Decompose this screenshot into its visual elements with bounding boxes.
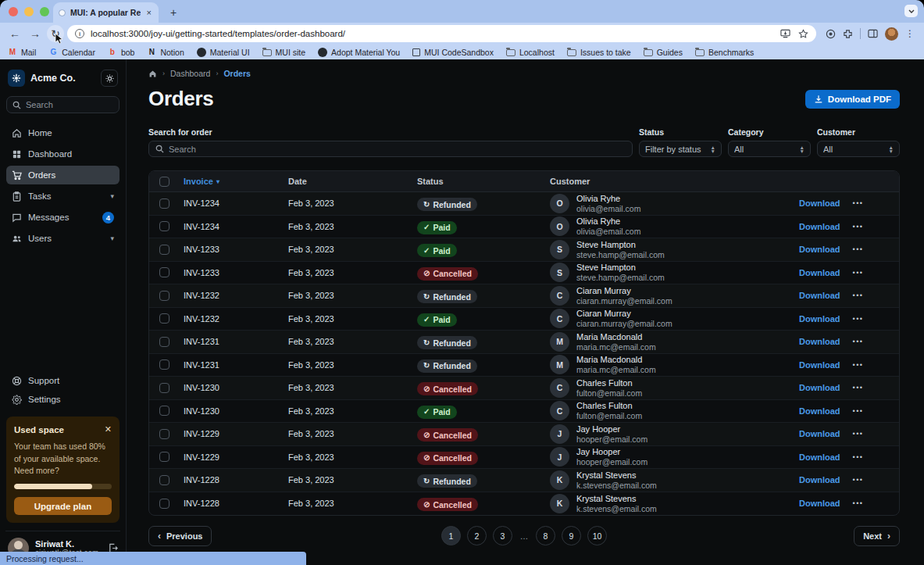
customer-filter-select[interactable]: All ▲▼ [817,141,900,157]
url-text[interactable]: localhost:3000/joy-ui/getting-started/te… [91,29,774,38]
download-link[interactable]: Download [799,314,840,324]
row-checkbox[interactable] [159,291,169,301]
back-button[interactable]: ← [6,25,23,42]
row-menu-icon[interactable]: ••• [853,315,864,323]
row-checkbox[interactable] [159,406,169,416]
row-checkbox[interactable] [159,359,169,370]
page-number-button[interactable]: 10 [587,526,607,545]
download-link[interactable]: Download [799,198,840,208]
sidebar-search-field[interactable] [26,100,96,109]
row-menu-icon[interactable]: ••• [853,269,864,277]
page-number-button[interactable]: 9 [562,526,581,545]
row-checkbox[interactable] [159,429,169,439]
download-link[interactable]: Download [799,499,840,508]
sidebar-item-home[interactable]: Home [6,123,120,142]
row-menu-icon[interactable]: ••• [853,245,864,253]
row-checkbox[interactable] [159,475,169,485]
sidebar-item-orders[interactable]: Orders [6,166,120,184]
bookmark-item[interactable]: Adopt Material You [318,48,400,57]
download-pdf-button[interactable]: Download PDF [805,90,900,109]
close-window-button[interactable] [9,7,18,16]
page-number-button[interactable]: … [519,526,530,545]
bookmark-star-icon[interactable] [798,29,808,39]
row-menu-icon[interactable]: ••• [853,291,864,299]
site-info-icon[interactable]: i [75,29,84,38]
sidebar-item-dashboard[interactable]: Dashboard [6,145,120,163]
row-checkbox[interactable] [159,452,169,462]
forward-button[interactable]: → [27,25,44,42]
row-menu-icon[interactable]: ••• [853,223,864,231]
download-link[interactable]: Download [799,452,840,462]
row-menu-icon[interactable]: ••• [853,361,864,369]
category-filter-select[interactable]: All ▲▼ [728,141,811,157]
new-tab-button[interactable]: + [165,4,182,21]
page-number-button[interactable]: 1 [441,526,461,545]
bookmark-item[interactable]: Localhost [506,48,555,57]
download-link[interactable]: Download [799,337,840,346]
download-link[interactable]: Download [799,291,840,300]
download-link[interactable]: Download [799,406,840,416]
side-panel-icon[interactable] [868,29,878,38]
sidebar-item-messages[interactable]: Messages 4 [6,208,120,227]
download-link[interactable]: Download [799,222,840,231]
extensions-icon[interactable] [843,29,853,39]
url-bar[interactable]: i localhost:3000/joy-ui/getting-started/… [67,25,816,42]
previous-page-button[interactable]: ‹Previous [148,526,212,546]
row-checkbox[interactable] [159,198,169,209]
privacy-icon[interactable] [826,29,836,39]
row-checkbox[interactable] [159,313,169,324]
reload-button[interactable]: ↻ [47,25,64,42]
bookmark-item[interactable]: G Calendar [48,48,95,57]
tab-search-chevron-icon[interactable] [904,5,918,17]
order-search-input[interactable] [148,141,633,157]
bookmark-item[interactable]: MUI CodeSandbox [412,48,494,57]
row-checkbox[interactable] [159,245,169,255]
row-checkbox[interactable] [159,221,169,231]
page-number-button[interactable]: 8 [536,526,555,545]
breadcrumb-dashboard[interactable]: Dashboard [170,69,210,78]
profile-avatar[interactable] [885,27,898,41]
browser-tab[interactable]: MUI: A popular React UI fram × [53,2,159,23]
sidebar-item-users[interactable]: Users ▾ [6,229,120,248]
download-link[interactable]: Download [799,383,840,392]
next-page-button[interactable]: Next› [854,526,900,546]
bookmark-item[interactable]: Guides [644,48,683,57]
bookmark-item[interactable]: Benchmarks [695,48,754,57]
page-number-button[interactable]: 2 [467,526,487,545]
row-menu-icon[interactable]: ••• [853,499,864,507]
sidebar-item-tasks[interactable]: Tasks ▾ [6,187,120,206]
bookmark-item[interactable]: Issues to take [567,48,631,57]
browser-menu-icon[interactable]: ⋮ [905,28,915,39]
download-link[interactable]: Download [799,360,840,370]
zoom-window-button[interactable] [40,7,49,16]
row-menu-icon[interactable]: ••• [853,476,864,484]
download-link[interactable]: Download [799,268,840,277]
download-link[interactable]: Download [799,475,840,485]
bookmark-item[interactable]: M Mail [8,48,36,57]
row-checkbox[interactable] [159,499,169,509]
upgrade-plan-button[interactable]: Upgrade plan [14,497,112,515]
theme-toggle-button[interactable] [101,70,118,87]
row-menu-icon[interactable]: ••• [853,453,864,461]
select-all-checkbox[interactable] [159,177,169,187]
bookmark-item[interactable]: Material UI [197,48,250,57]
row-menu-icon[interactable]: ••• [853,384,864,392]
bookmark-item[interactable]: N Notion [147,48,184,57]
download-link[interactable]: Download [799,245,840,254]
sidebar-item-support[interactable]: Support [6,371,120,390]
row-menu-icon[interactable]: ••• [853,338,864,345]
order-search-field[interactable] [169,145,626,154]
status-filter-select[interactable]: Filter by status ▲▼ [639,141,722,157]
column-invoice[interactable]: Invoice▾ [184,177,288,186]
row-menu-icon[interactable]: ••• [853,199,864,207]
close-icon[interactable]: ✕ [105,424,112,434]
row-checkbox[interactable] [159,383,169,393]
sidebar-search-input[interactable] [6,96,120,113]
window-controls[interactable] [9,7,49,16]
bookmark-item[interactable]: b bob [108,48,135,57]
row-menu-icon[interactable]: ••• [853,430,864,438]
sidebar-item-settings[interactable]: Settings [6,390,120,409]
row-checkbox[interactable] [159,337,169,347]
row-checkbox[interactable] [159,267,169,277]
breadcrumb-home-icon[interactable] [148,70,157,78]
